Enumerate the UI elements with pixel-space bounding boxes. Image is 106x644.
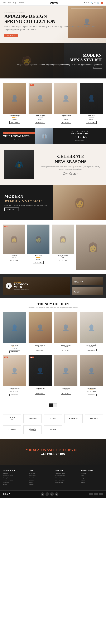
footer-wish-list[interactable]: Wish List bbox=[29, 477, 51, 478]
trendy-cart-3[interactable]: ADD TO CART bbox=[61, 349, 71, 352]
social-instagram[interactable]: in bbox=[88, 2, 89, 4]
footer-social-fb[interactable]: f bbox=[41, 492, 44, 496]
new-arrivals-grid: 👤 BlueSilk Omega ★★★☆☆ £35.00 ADD TO CAR… bbox=[3, 83, 103, 124]
trendy-cart-4[interactable]: ADD TO CART bbox=[86, 349, 97, 352]
footer-social-ig[interactable]: in bbox=[50, 492, 54, 496]
trendy-name-6: Wanted Lydia bbox=[29, 388, 52, 389]
social-twitter[interactable]: t bbox=[86, 2, 87, 4]
brand-name-6: CUBANESE bbox=[8, 429, 16, 430]
celebrate-signature[interactable]: Don Calita › bbox=[40, 172, 101, 175]
product-price-2: £47.00 bbox=[29, 118, 52, 120]
footer-instagram[interactable]: Instagram bbox=[81, 477, 103, 478]
women-featured-image: 👩 bbox=[76, 224, 106, 270]
brand-8[interactable]: PREMIUM bbox=[44, 426, 62, 434]
footer-youtube[interactable]: YouTube bbox=[81, 482, 103, 483]
nav-contacts[interactable]: Contacts bbox=[18, 2, 24, 4]
footer-address-2: New York, NY 10001 bbox=[55, 475, 77, 476]
lookbook-play-button[interactable]: ▶ bbox=[6, 283, 12, 289]
women-product-1: SALE 👩 Anni Karts £29.00 ADD TO CART bbox=[3, 224, 25, 264]
trendy-old-price-8: £45.00 bbox=[87, 391, 91, 392]
footer-returns[interactable]: Returns bbox=[3, 484, 25, 485]
brand-2[interactable]: Timberland bbox=[23, 414, 41, 423]
footer-address-1: 123 Fashion Street bbox=[55, 473, 77, 474]
footer-order-history[interactable]: Order History bbox=[29, 475, 51, 476]
sale-left: 👔 COLLECTION LOOKBOOK MEN'S FORMAL DRESS… bbox=[0, 128, 53, 144]
footer-site-map[interactable]: Site Map bbox=[29, 484, 51, 485]
footer-terms[interactable]: Terms & Conditions bbox=[3, 480, 25, 481]
footer-bottom-logo[interactable]: DEVA bbox=[3, 493, 11, 496]
footer-contact[interactable]: Contact Us bbox=[3, 482, 25, 483]
nav-blog[interactable]: Blog bbox=[13, 2, 16, 4]
footer-social-tw[interactable]: t bbox=[45, 492, 49, 496]
celebrate-section: 🧥 CELEBRATE NEW SEASONS Lorem ipsum dolo… bbox=[0, 144, 106, 185]
page-1-button[interactable]: 1 bbox=[49, 404, 53, 407]
women-products-grid: SALE 👩 Anni Karts £29.00 ADD TO CART 👩 M… bbox=[3, 224, 103, 270]
brand-name-5: HUNTER'S bbox=[90, 418, 98, 420]
footer-twitter[interactable]: Twitter bbox=[81, 475, 103, 476]
sale-right-link[interactable]: LEARN MORE › bbox=[75, 140, 84, 141]
trendy-cart-2[interactable]: ADD TO CART bbox=[35, 349, 45, 352]
trendy-name-7: Jessie Burke bbox=[54, 388, 77, 389]
add-to-cart-4[interactable]: ADD TO CART bbox=[86, 121, 97, 124]
nav-style[interactable]: Style bbox=[8, 2, 11, 4]
brands-section: HAVANA02 Timberland Gucci BETHNBEAR HUNT… bbox=[0, 410, 106, 439]
footer-newsletter[interactable]: Newsletter bbox=[29, 480, 51, 481]
add-to-cart-1[interactable]: ADD TO CART bbox=[10, 121, 20, 124]
trendy-image-5: SALE 👤 bbox=[3, 355, 26, 386]
brand-6[interactable]: CUBANESE bbox=[3, 426, 21, 434]
search-icon[interactable]: 🔍 bbox=[90, 2, 93, 4]
add-to-cart-2[interactable]: ADD TO CART bbox=[35, 121, 45, 124]
add-to-cart-w2[interactable]: ADD TO CART bbox=[33, 261, 44, 264]
modern-men-link[interactable]: See Products › bbox=[17, 67, 101, 69]
logo[interactable]: DEVA bbox=[50, 1, 58, 4]
trendy-cart-8[interactable]: ADD TO CART bbox=[86, 394, 97, 396]
lookbook-side-item-1[interactable]: WOMAN SALE Shop Now bbox=[72, 277, 103, 285]
product-price-3: £22.00 bbox=[54, 118, 77, 120]
nav-links: Shop Style Blog Contacts bbox=[3, 2, 24, 4]
hero-shop-now-button[interactable]: SHOP NOW bbox=[5, 34, 18, 38]
footer-delivery[interactable]: Delivery Information bbox=[3, 475, 25, 476]
footer-facebook[interactable]: Facebook bbox=[81, 473, 103, 474]
mid-sale-subtitle: ALL COLLECTION bbox=[26, 453, 80, 456]
lookbook-main: ▶ THE BRAND BOX LOOKBOOKVIDEO consectetu… bbox=[3, 277, 70, 295]
trendy-cart-5[interactable]: ADD TO CART bbox=[10, 394, 20, 396]
trendy-cart-7[interactable]: ADD TO CART bbox=[61, 392, 71, 394]
trendy-stars-1: ★★★★☆ bbox=[3, 346, 26, 348]
trendy-cart-6[interactable]: ADD TO CART bbox=[35, 392, 45, 394]
footer-my-account[interactable]: My Account bbox=[29, 473, 51, 474]
footer-social-pi[interactable]: p bbox=[55, 492, 59, 496]
product-name-4: Item Four bbox=[80, 115, 103, 116]
brand-5[interactable]: HUNTER'S bbox=[85, 414, 103, 423]
new-arrivals-section: 👤 BlueSilk Omega ★★★☆☆ £35.00 ADD TO CAR… bbox=[0, 78, 106, 128]
celebrate-description: Lorem ipsum dolor sit amet consectetur a… bbox=[40, 166, 101, 170]
footer-email[interactable]: info@deva.com bbox=[55, 482, 77, 483]
trendy-product-1: 👤 Maxi Coat ★★★★☆ £38.00 ADD TO CART bbox=[3, 312, 26, 353]
lookbook-side-item-2[interactable]: ALL TIME Shop Now bbox=[72, 287, 103, 295]
social-facebook[interactable]: f bbox=[84, 2, 85, 4]
add-to-cart-w3[interactable]: ADD TO CART bbox=[58, 260, 68, 262]
brand-1[interactable]: HAVANA02 bbox=[3, 414, 21, 423]
women-product-price-2: £44.00 bbox=[27, 258, 49, 260]
sale-right-title: SALE ENDS SOON bbox=[71, 132, 88, 135]
modern-woman-button[interactable]: GET IN TOUCH → bbox=[5, 208, 19, 211]
brand-7[interactable]: MarketikaMONICONE bbox=[23, 426, 41, 434]
product-name-1: BlueSilk Omega bbox=[3, 115, 26, 116]
trendy-image-1: 👤 bbox=[3, 312, 26, 343]
mid-sale-title: MID SEASON SALE UP TO 50% OFF bbox=[26, 448, 80, 452]
footer-phone[interactable]: Tel: +1 234 567 890 bbox=[55, 480, 77, 481]
footer-privacy[interactable]: Privacy Policy bbox=[3, 477, 25, 478]
trendy-cart-1[interactable]: ADD TO CART bbox=[10, 350, 20, 353]
add-to-cart-3[interactable]: ADD TO CART bbox=[61, 121, 71, 124]
brand-3[interactable]: Gucci bbox=[44, 414, 62, 423]
heart-icon[interactable]: ♡ bbox=[94, 2, 96, 4]
footer-about[interactable]: About Us bbox=[3, 473, 25, 474]
nav-shop[interactable]: Shop bbox=[3, 2, 6, 4]
add-to-cart-w1[interactable]: ADD TO CART bbox=[9, 260, 19, 262]
page-2-button[interactable]: 2 bbox=[53, 404, 57, 407]
footer: INFORMATION About Us Delivery Informatio… bbox=[0, 465, 106, 490]
cart-icon[interactable]: 🛒 bbox=[97, 2, 99, 4]
footer-pinterest[interactable]: Pinterest bbox=[81, 480, 103, 481]
footer-returns-2[interactable]: Returns bbox=[29, 482, 51, 483]
product-price-1: £35.00 bbox=[3, 118, 26, 120]
brand-4[interactable]: BETHNBEAR bbox=[65, 414, 83, 423]
